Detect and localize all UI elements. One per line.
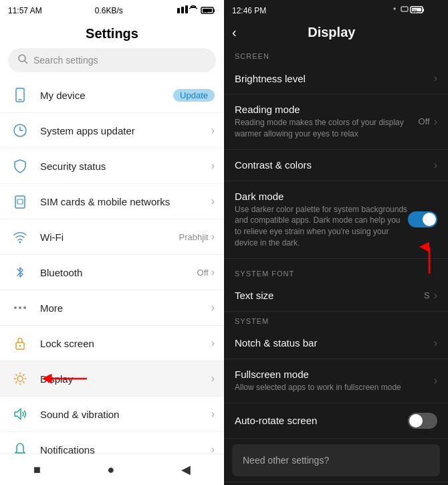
chevron-fullscreen: › xyxy=(434,375,437,387)
svg-rect-5 xyxy=(213,9,215,12)
text-size-value: S xyxy=(424,290,430,300)
notifications-label: Notifications xyxy=(40,444,211,454)
lock-icon xyxy=(9,332,31,354)
menu-item-display[interactable]: Display › xyxy=(0,361,224,397)
svg-rect-1 xyxy=(181,7,184,13)
sim-icon xyxy=(9,191,31,212)
menu-item-system-apps[interactable]: System apps updater › xyxy=(0,113,224,149)
reading-subtitle: Reading mode makes the colors of your di… xyxy=(235,117,419,140)
svg-point-20 xyxy=(19,345,21,347)
more-label: More xyxy=(40,302,211,314)
search-bar[interactable]: Search settings xyxy=(8,48,216,72)
chevron-display: › xyxy=(211,373,215,385)
svg-point-17 xyxy=(19,306,21,309)
right-item-notch[interactable]: Notch & status bar › xyxy=(224,328,448,359)
chevron-lock: › xyxy=(211,337,215,349)
my-device-label: My device xyxy=(40,90,173,101)
notifications-icon xyxy=(9,439,31,454)
chevron-notifications: › xyxy=(211,444,215,454)
menu-item-sound[interactable]: Sound & vibration › xyxy=(0,397,224,432)
chevron-reading: › xyxy=(434,116,437,128)
chevron-sound: › xyxy=(211,408,215,420)
menu-list: My device Update System apps updater › xyxy=(0,78,224,454)
chevron-notch: › xyxy=(434,337,437,349)
chevron-text-size: › xyxy=(434,290,437,302)
display-icon xyxy=(9,368,31,389)
status-bar-left: 11:57 AM 0.6KB/s 31 xyxy=(0,0,224,21)
section-screen: SCREEN xyxy=(224,47,448,63)
search-placeholder: Search settings xyxy=(33,55,98,66)
security-label: Security status xyxy=(40,161,211,172)
bluetooth-icon xyxy=(9,262,31,283)
chevron-bluetooth: › xyxy=(211,266,215,278)
bottom-nav-right: ■ ● ◀ xyxy=(224,482,448,485)
chevron-security: › xyxy=(211,160,215,172)
right-item-fullscreen[interactable]: Fullscreen mode Allow selected apps to w… xyxy=(224,359,448,403)
system-apps-label: System apps updater xyxy=(40,125,211,136)
nav-back-left[interactable]: ◀ xyxy=(181,462,191,477)
svg-line-26 xyxy=(16,375,17,375)
fullscreen-title: Fullscreen mode xyxy=(235,369,434,380)
svg-rect-14 xyxy=(17,199,23,204)
system-apps-icon xyxy=(9,120,31,141)
svg-point-8 xyxy=(19,55,25,62)
auto-rotate-title: Auto-rotate screen xyxy=(235,415,408,426)
right-item-contrast[interactable]: Contrast & colors › xyxy=(224,150,448,181)
red-arrow-right xyxy=(403,240,443,277)
right-item-brightness[interactable]: Brightness level › xyxy=(224,63,448,94)
bluetooth-label: Bluetooth xyxy=(40,267,197,278)
menu-item-bluetooth[interactable]: Bluetooth Off › xyxy=(0,255,224,290)
svg-point-21 xyxy=(17,376,23,381)
reading-title: Reading mode xyxy=(235,104,419,115)
svg-point-15 xyxy=(19,241,21,244)
chevron-more: › xyxy=(211,302,215,314)
auto-rotate-toggle[interactable] xyxy=(408,413,437,429)
time-right: 12:46 PM xyxy=(232,6,266,15)
chevron-wifi: › xyxy=(211,231,215,243)
right-item-text-size[interactable]: Text size S › xyxy=(224,280,448,312)
nav-square-left[interactable]: ■ xyxy=(33,463,41,477)
need-settings: Need other settings? xyxy=(232,444,440,476)
right-item-dark-mode[interactable]: Dark mode Use darker color palette for s… xyxy=(224,181,448,259)
contrast-title: Contrast & colors xyxy=(235,159,434,171)
auto-rotate-knob xyxy=(409,414,423,427)
menu-item-more[interactable]: More › xyxy=(0,290,224,326)
svg-point-16 xyxy=(14,306,17,309)
wifi-value: Prabhjit xyxy=(179,232,209,242)
menu-item-lock-screen[interactable]: Lock screen › xyxy=(0,326,224,361)
right-item-reading[interactable]: Reading mode Reading mode makes the colo… xyxy=(224,94,448,150)
back-button[interactable]: ‹ xyxy=(232,25,237,40)
security-icon xyxy=(9,155,31,177)
notch-title: Notch & status bar xyxy=(235,337,434,349)
red-arrow-left xyxy=(40,369,94,389)
svg-rect-0 xyxy=(177,8,180,13)
chevron-contrast: › xyxy=(434,159,437,171)
right-item-auto-rotate[interactable]: Auto-rotate screen xyxy=(224,403,448,439)
right-panel-title: Display xyxy=(243,25,440,40)
my-device-icon xyxy=(9,84,31,106)
bluetooth-value: Off xyxy=(197,268,209,278)
chevron-system-apps: › xyxy=(211,124,215,136)
nav-circle-left[interactable]: ● xyxy=(108,463,115,477)
svg-rect-35 xyxy=(423,9,424,11)
menu-item-security[interactable]: Security status › xyxy=(0,149,224,184)
left-panel: 11:57 AM 0.6KB/s 31 Settings xyxy=(0,0,224,485)
svg-text:29: 29 xyxy=(412,9,417,13)
status-icons-left: 31 xyxy=(176,4,216,17)
status-bar-right: 12:46 PM * 29 xyxy=(224,0,448,21)
menu-item-sim[interactable]: SIM cards & mobile networks › xyxy=(0,184,224,219)
brightness-title: Brightness level xyxy=(235,73,434,84)
sound-icon xyxy=(9,403,31,425)
update-badge[interactable]: Update xyxy=(173,89,215,102)
menu-item-wifi[interactable]: Wi-Fi Prabhjit › xyxy=(0,219,224,255)
svg-text:31: 31 xyxy=(203,9,208,13)
chevron-sim: › xyxy=(211,195,215,207)
lock-screen-label: Lock screen xyxy=(40,338,211,349)
menu-item-my-device[interactable]: My device Update xyxy=(0,78,224,113)
menu-item-notifications[interactable]: Notifications › xyxy=(0,432,224,454)
svg-line-28 xyxy=(16,382,17,383)
svg-rect-33 xyxy=(401,7,408,11)
sim-label: SIM cards & mobile networks xyxy=(40,196,211,207)
dark-mode-toggle[interactable] xyxy=(408,211,437,227)
sound-label: Sound & vibration xyxy=(40,409,211,420)
